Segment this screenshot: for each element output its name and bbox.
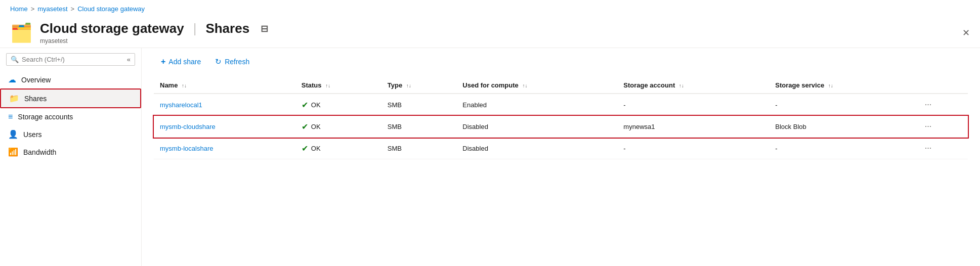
more-options-button[interactable]: ··· <box>922 99 934 110</box>
table-row: mysmb-cloudshare✔OKSMBDisabledmynewsa1Bl… <box>154 116 968 138</box>
sidebar-item-shares-label: Shares <box>24 95 47 103</box>
sort-type-icon: ↑↓ <box>406 83 411 88</box>
sort-status-icon: ↑↓ <box>325 83 330 88</box>
header-divider: | <box>193 21 197 36</box>
breadcrumb-current: Cloud storage gateway <box>77 5 145 13</box>
cell-storage-account: - <box>617 138 769 159</box>
cell-status: ✔OK <box>295 94 381 116</box>
sidebar: 🔍 « ☁ Overview 📁 Shares ≡ Storage accoun… <box>0 48 142 266</box>
cell-storage-service: Block Blob <box>769 116 915 138</box>
collapse-button[interactable]: « <box>127 56 131 63</box>
cell-status: ✔OK <box>295 116 381 138</box>
sidebar-item-bandwidth-label: Bandwidth <box>23 148 56 156</box>
cell-type: SMB <box>381 116 456 138</box>
breadcrumb: Home > myasetest > Cloud storage gateway <box>0 0 980 18</box>
more-options-button[interactable]: ··· <box>922 121 934 132</box>
col-header-actions <box>916 77 968 94</box>
resource-icon: 🗂️ <box>10 22 33 43</box>
print-button[interactable]: ⊟ <box>261 23 268 34</box>
header-title: Cloud storage gateway | Shares ⊟ <box>40 21 268 36</box>
header-section-name: Shares <box>205 21 249 36</box>
check-circle-icon: ✔ <box>302 144 308 153</box>
cell-type: SMB <box>381 138 456 159</box>
sidebar-item-overview-label: Overview <box>21 76 51 84</box>
cell-storage-service: - <box>769 138 915 159</box>
folder-icon: 📁 <box>9 94 19 103</box>
status-text: OK <box>311 145 321 152</box>
cell-more[interactable]: ··· <box>916 138 968 159</box>
wifi-icon: 📶 <box>8 147 18 157</box>
close-button[interactable]: ✕ <box>962 27 970 38</box>
cell-type: SMB <box>381 94 456 116</box>
sort-compute-icon: ↑↓ <box>522 83 527 88</box>
col-header-used-for-compute[interactable]: Used for compute ↑↓ <box>456 77 617 94</box>
breadcrumb-sep1: > <box>31 5 35 13</box>
cell-more[interactable]: ··· <box>916 94 968 116</box>
search-icon: 🔍 <box>11 56 19 63</box>
cell-storage-service: - <box>769 94 915 116</box>
sort-account-icon: ↑↓ <box>679 83 684 88</box>
cell-status: ✔OK <box>295 138 381 159</box>
sidebar-item-storage-accounts[interactable]: ≡ Storage accounts <box>0 108 141 125</box>
cell-used-for-compute: Disabled <box>456 138 617 159</box>
check-circle-icon: ✔ <box>302 122 308 131</box>
plus-icon: + <box>161 57 165 66</box>
add-share-label: Add share <box>168 58 201 66</box>
search-box[interactable]: 🔍 « <box>6 53 135 66</box>
refresh-icon: ↻ <box>215 57 222 66</box>
cell-more[interactable]: ··· <box>916 116 968 138</box>
refresh-button[interactable]: ↻ Refresh <box>208 54 257 69</box>
breadcrumb-sep2: > <box>71 5 75 13</box>
header: 🗂️ Cloud storage gateway | Shares ⊟ myas… <box>0 18 980 48</box>
col-header-storage-service[interactable]: Storage service ↑↓ <box>769 77 915 94</box>
sidebar-item-overview[interactable]: ☁ Overview <box>0 71 141 88</box>
shares-table: Name ↑↓ Status ↑↓ Type ↑↓ Used for compu… <box>154 77 968 159</box>
cell-used-for-compute: Disabled <box>456 116 617 138</box>
sidebar-item-shares[interactable]: 📁 Shares <box>0 88 141 108</box>
breadcrumb-myasetest[interactable]: myasetest <box>37 5 67 13</box>
col-header-status[interactable]: Status ↑↓ <box>295 77 381 94</box>
sort-name-icon: ↑↓ <box>182 83 187 88</box>
sidebar-item-users[interactable]: 👤 Users <box>0 125 141 143</box>
toolbar: + Add share ↻ Refresh <box>154 54 968 69</box>
cell-name[interactable]: mysharelocal1 <box>154 94 295 116</box>
col-header-storage-account[interactable]: Storage account ↑↓ <box>617 77 769 94</box>
sidebar-item-storage-accounts-label: Storage accounts <box>18 113 73 121</box>
cell-storage-account: mynewsa1 <box>617 116 769 138</box>
breadcrumb-home[interactable]: Home <box>10 5 28 13</box>
cell-used-for-compute: Enabled <box>456 94 617 116</box>
cell-name[interactable]: mysmb-localshare <box>154 138 295 159</box>
add-share-button[interactable]: + Add share <box>154 54 208 69</box>
main-content: + Add share ↻ Refresh Name ↑↓ Stat <box>142 48 980 266</box>
search-input[interactable] <box>22 56 113 63</box>
status-text: OK <box>311 123 321 130</box>
col-header-type[interactable]: Type ↑↓ <box>381 77 456 94</box>
check-circle-icon: ✔ <box>302 100 308 110</box>
table-row: mysharelocal1✔OKSMBEnabled--··· <box>154 94 968 116</box>
body: 🔍 « ☁ Overview 📁 Shares ≡ Storage accoun… <box>0 48 980 266</box>
cloud-icon: ☁ <box>8 75 16 84</box>
header-title-group: Cloud storage gateway | Shares ⊟ myasete… <box>40 21 268 45</box>
sidebar-item-users-label: Users <box>23 130 42 139</box>
storage-icon: ≡ <box>8 112 13 121</box>
header-subtitle: myasetest <box>40 37 268 45</box>
status-text: OK <box>311 101 321 109</box>
sort-service-icon: ↑↓ <box>828 83 833 88</box>
page: Home > myasetest > Cloud storage gateway… <box>0 0 980 266</box>
user-icon: 👤 <box>8 129 18 139</box>
table-header-row: Name ↑↓ Status ↑↓ Type ↑↓ Used for compu… <box>154 77 968 94</box>
refresh-label: Refresh <box>225 58 249 66</box>
header-resource-name: Cloud storage gateway <box>40 21 184 36</box>
cell-name[interactable]: mysmb-cloudshare <box>154 116 295 138</box>
sidebar-item-bandwidth[interactable]: 📶 Bandwidth <box>0 143 141 161</box>
col-header-name[interactable]: Name ↑↓ <box>154 77 295 94</box>
cell-storage-account: - <box>617 94 769 116</box>
table-row: mysmb-localshare✔OKSMBDisabled--··· <box>154 138 968 159</box>
more-options-button[interactable]: ··· <box>922 143 934 154</box>
